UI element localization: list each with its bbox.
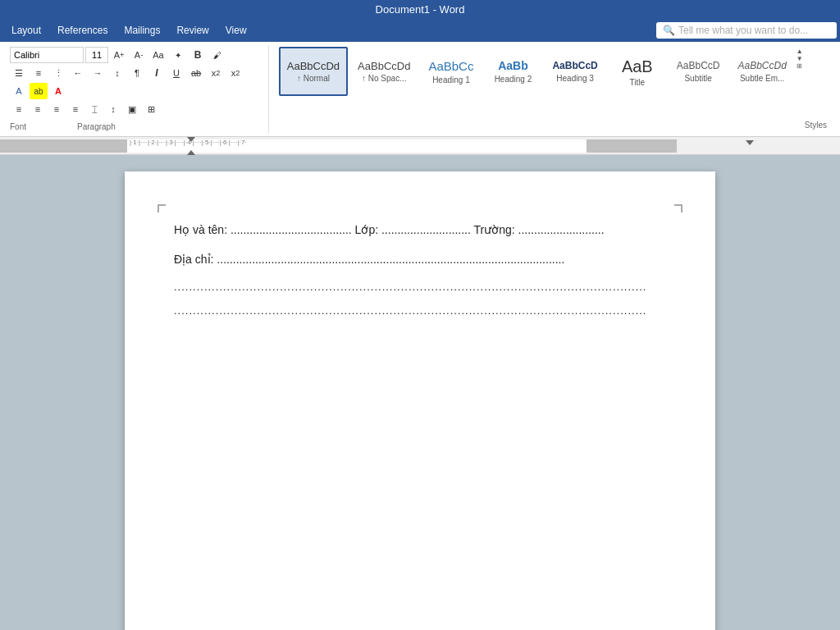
doc-line-3: ........................................… [174,281,666,293]
style-h1-preview: AaBbCc [428,59,473,74]
superscript-button[interactable]: x2 [226,65,244,81]
align-right-button[interactable]: ≡ [48,101,66,117]
bullets-button[interactable]: ☰ [10,65,28,81]
ribbon: Layout References Mailings Review View 🔍… [0,19,840,155]
styles-scroll-down[interactable]: ▼ [797,56,803,62]
style-subtle-emphasis[interactable]: AaBbCcDd Subtle Em... [729,47,794,96]
numbering-button[interactable]: ≡ [30,65,48,81]
styles-group-label-container: Styles [805,113,827,131]
style-h2-label: Heading 2 [495,75,532,84]
style-subtitle[interactable]: AaBbCcD Subtitle [669,47,728,96]
style-heading1[interactable]: AaBbCc Heading 1 [420,47,482,96]
bold-button[interactable]: B [189,47,207,63]
style-normal-preview: AaBbCcDd [287,60,340,73]
doc-line-2: Địa chỉ: ...............................… [174,250,666,268]
search-placeholder: Tell me what you want to do... [678,25,808,36]
style-title-preview: AaB [622,57,653,76]
underline-button[interactable]: U [167,65,185,81]
style-h3-preview: AaBbCcD [552,60,597,71]
font-color-button[interactable]: A [49,83,67,99]
document-area: Họ và tên: .............................… [0,155,840,630]
styles-expand[interactable]: ⊞ [797,63,803,70]
font-size-input[interactable] [85,47,108,63]
style-normal[interactable]: AaBbCcDd ↑ Normal [279,47,348,96]
doc-line-4-text: ........................................… [174,304,646,317]
decrease-indent-button[interactable]: ← [69,65,87,81]
strikethrough-button[interactable]: ab [187,65,205,81]
styles-scroll-up[interactable]: ▲ [797,48,803,55]
styles-scroll-buttons: ▲ ▼ ⊞ [795,47,805,71]
style-subtle-preview: AaBbCcDd [737,60,786,71]
para-align-row: ≡ ≡ ≡ ≡ ⌶ ↕ ▣ ⊞ [10,101,160,117]
style-heading3[interactable]: AaBbCcD Heading 3 [544,47,605,96]
style-heading2[interactable]: AaBb Heading 2 [483,47,542,96]
style-h3-label: Heading 3 [556,74,594,83]
text-effects-button[interactable]: A [10,83,28,99]
corner-mark-top-right [674,204,682,212]
sort-button[interactable]: ↕ [108,65,126,81]
tab-review[interactable]: Review [168,21,217,40]
search-icon: 🔍 [663,25,675,36]
style-title-label: Title [630,78,646,87]
style-nospace-preview: AaBbCcDd [358,60,410,73]
corner-mark-top-left [158,204,166,212]
tab-references[interactable]: References [49,21,116,40]
style-subtle-label: Subtle Em... [740,74,784,83]
style-normal-label: ↑ Normal [297,74,330,83]
font-group: A+ A- Aa ✦ B 🖌 ☰ ≡ ⋮ ← → ↕ ¶ I U ab x2 x… [7,45,269,133]
ruler-body: |·1·|····|·2·|····|·3·|····|·4·|····|·5·… [0,137,840,155]
borders-button[interactable]: ⊞ [142,101,160,117]
styles-items-container: AaBbCcDd ↑ Normal AaBbCcDd ↑ No Spac... … [279,47,795,96]
clear-formatting-button[interactable]: ✦ [169,47,187,63]
subscript-button[interactable]: x2 [207,65,225,81]
ribbon-content: A+ A- Aa ✦ B 🖌 ☰ ≡ ⋮ ← → ↕ ¶ I U ab x2 x… [0,42,840,137]
title-text: Document1 - Word [376,3,465,16]
italic-button[interactable]: I [148,65,166,81]
justify-button[interactable]: ≡ [66,101,84,117]
grow-font-button[interactable]: A+ [110,47,128,63]
font-group-label-row: Font Paragraph [10,119,116,131]
search-area: 🔍 Tell me what you want to do... [656,19,837,42]
style-h2-preview: AaBb [498,59,528,73]
show-marks-button[interactable]: ¶ [128,65,146,81]
shading-button[interactable]: ▣ [123,101,141,117]
style-nospace[interactable]: AaBbCcDd ↑ No Spac... [349,47,418,96]
styles-group: AaBbCcDd ↑ Normal AaBbCcDd ↑ No Spac... … [276,45,833,133]
style-subtitle-label: Subtitle [684,74,711,83]
paragraph-group-label: Paragraph [77,119,116,131]
style-h1-label: Heading 1 [432,75,470,84]
font-case-button[interactable]: Aa [149,47,167,63]
column-button[interactable]: ⌶ [85,101,103,117]
ribbon-tabs-row: Layout References Mailings Review View 🔍… [0,19,840,42]
doc-line-4: ........................................… [174,304,666,317]
text-highlight-button[interactable]: ab [30,83,48,99]
search-bar[interactable]: 🔍 Tell me what you want to do... [656,22,837,39]
doc-line-2-text: Địa chỉ: ...............................… [174,253,564,266]
increase-indent-button[interactable]: → [89,65,107,81]
doc-line-3-text: ........................................… [174,281,646,293]
title-bar: Document1 - Word [0,0,840,19]
document-page[interactable]: Họ và tên: .............................… [125,171,715,630]
styles-group-label: Styles [805,117,827,130]
doc-line-1-text: Họ và tên: .............................… [174,223,605,236]
style-title[interactable]: AaB Title [608,47,667,96]
doc-line-1: Họ và tên: .............................… [174,221,666,239]
line-spacing-button[interactable]: ↕ [104,101,122,117]
style-nospace-label: ↑ No Spac... [362,74,406,83]
ruler: |·1·|····|·2·|····|·3·|····|·4·|····|·5·… [0,137,840,155]
align-left-button[interactable]: ≡ [10,101,28,117]
multilevel-list-button[interactable]: ⋮ [49,65,67,81]
tab-layout[interactable]: Layout [3,21,49,40]
style-subtitle-preview: AaBbCcD [677,60,720,71]
ribbon-tabs-container: Layout References Mailings Review View [3,21,255,40]
font-name-input[interactable] [10,47,84,63]
tab-mailings[interactable]: Mailings [116,21,168,40]
font-name-row: A+ A- Aa ✦ B 🖌 [10,47,226,63]
shrink-font-button[interactable]: A- [130,47,148,63]
font-format-row: ☰ ≡ ⋮ ← → ↕ ¶ I U ab x2 x2 A ab A [10,65,262,99]
tab-view[interactable]: View [217,21,255,40]
font-group-label: Font [10,119,26,131]
format-painter-button[interactable]: 🖌 [208,47,226,63]
align-center-button[interactable]: ≡ [29,101,47,117]
